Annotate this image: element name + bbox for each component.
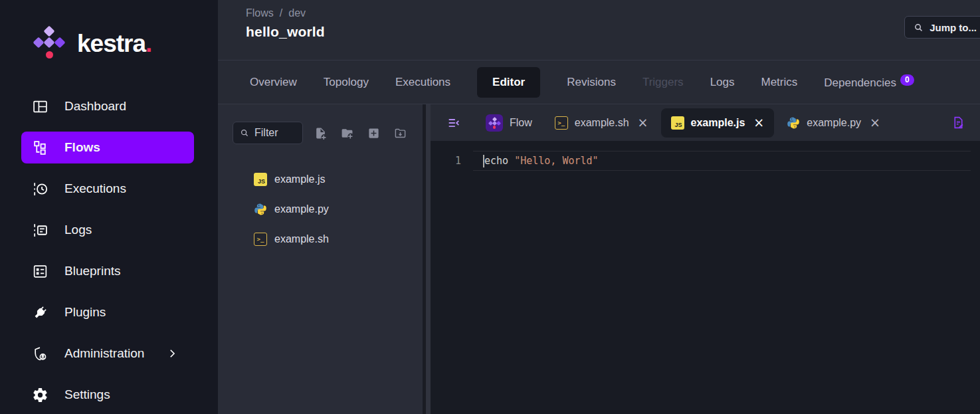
code-line-1: 1 echo "Hello, World" [431,151,980,171]
sidebar-item-dashboard[interactable]: Dashboard [21,90,194,122]
editor-tab-example-py[interactable]: example.py × [777,108,890,138]
editor-pane: Flow >_ example.sh × JS example.js × [431,104,980,414]
tab-triggers[interactable]: Triggers [642,76,684,89]
administration-icon [32,346,49,362]
editor-tab-example-sh[interactable]: >_ example.sh × [545,108,658,138]
tab-overview[interactable]: Overview [250,76,297,89]
flows-icon [32,140,49,156]
sidebar: kestra. Dashboard Flows Executions [0,0,218,414]
panel-splitter[interactable] [423,104,431,414]
sidebar-item-administration[interactable]: Administration [21,338,194,369]
editor-tab-label: example.sh [575,117,629,129]
kestra-flow-icon [486,114,503,132]
python-file-icon [787,116,800,130]
chevron-right-icon [166,348,178,360]
sidebar-item-executions[interactable]: Executions [21,173,194,205]
shell-file-icon: >_ [254,233,267,246]
line-number: 1 [431,155,461,167]
file-name: example.sh [274,233,329,245]
tab-dependencies[interactable]: Dependencies0 [824,74,914,90]
close-icon[interactable]: × [870,116,880,129]
sidebar-item-blueprints[interactable]: Blueprints [21,255,194,287]
logs-icon [32,222,49,239]
file-list: JS example.js example.py >_ example.sh [218,164,423,254]
main-area: Flows / dev hello_world Jump to... Overv… [218,0,980,414]
sidebar-item-label: Administration [64,346,144,361]
tab-executions[interactable]: Executions [395,76,450,89]
logo-text: kestra. [77,30,151,58]
editor-tab-example-js[interactable]: JS example.js × [661,108,775,138]
tab-topology[interactable]: Topology [324,76,369,89]
code-editor[interactable]: 1 echo "Hello, World" [431,141,980,414]
sidebar-nav: Dashboard Flows Executions Logs [0,90,218,411]
javascript-file-icon: JS [254,173,267,186]
search-icon [914,23,924,33]
blueprints-icon [32,263,49,280]
code-text: echo "Hello, World" [483,155,599,167]
sidebar-item-settings[interactable]: Settings [21,379,194,411]
breadcrumb-namespace[interactable]: dev [288,7,306,19]
sidebar-item-label: Flows [64,140,100,155]
sidebar-item-logs[interactable]: Logs [21,214,194,246]
kestra-logo-icon [31,25,68,62]
editor-tab-bar: Flow >_ example.sh × JS example.js × [431,104,980,141]
file-item-example-py[interactable]: example.py [218,194,423,224]
file-edit-icon[interactable] [951,116,965,130]
close-icon[interactable]: × [638,116,648,129]
filter-input[interactable] [254,127,294,139]
editor-tab-flow[interactable]: Flow [476,108,542,138]
file-explorer: JS example.js example.py >_ example.sh [218,104,423,414]
sidebar-item-label: Settings [64,387,110,402]
breadcrumb-separator: / [280,7,282,19]
new-file-icon[interactable] [314,127,327,140]
tab-logs[interactable]: Logs [710,76,735,89]
logo-dot: . [146,30,151,57]
jump-to-label: Jump to... [930,22,977,33]
jump-to-button[interactable]: Jump to... [904,16,980,39]
file-name: example.py [274,203,329,215]
editor-tab-label: Flow [510,117,532,129]
explorer-toolbar [233,122,423,144]
sidebar-item-label: Executions [64,181,126,196]
add-square-icon[interactable] [367,127,380,140]
kestra-app: kestra. Dashboard Flows Executions [0,0,980,414]
page-title: hello_world [246,24,980,40]
file-name: example.js [274,173,325,185]
python-file-icon [254,203,267,216]
dashboard-icon [32,98,49,115]
shell-file-icon: >_ [555,116,568,130]
sidebar-item-flows[interactable]: Flows [21,132,194,163]
new-folder-icon[interactable] [341,127,353,140]
collapse-sidebar-icon[interactable] [446,116,461,130]
sidebar-item-plugins[interactable]: Plugins [21,296,194,328]
settings-icon [32,387,49,403]
kestra-logo[interactable]: kestra. [31,25,218,62]
filter-box[interactable] [233,122,303,144]
editor-content: JS example.js example.py >_ example.sh [218,104,980,414]
tab-editor[interactable]: Editor [477,67,540,98]
editor-tab-label: example.js [691,117,745,129]
page-header: Flows / dev hello_world Jump to... [218,0,980,60]
breadcrumb-flows[interactable]: Flows [246,7,274,19]
breadcrumb: Flows / dev [246,7,980,19]
sidebar-item-label: Blueprints [64,264,121,278]
file-item-example-sh[interactable]: >_ example.sh [218,224,423,254]
executions-icon [32,181,49,197]
editor-tab-label: example.py [807,117,861,129]
file-item-example-js[interactable]: JS example.js [218,164,423,194]
javascript-file-icon: JS [671,116,684,130]
tab-revisions[interactable]: Revisions [567,76,616,89]
sidebar-item-label: Dashboard [64,99,126,114]
plugins-icon [32,304,49,321]
flow-tab-strip: Overview Topology Executions Editor Revi… [218,60,980,104]
sidebar-item-label: Plugins [64,305,106,320]
import-folder-icon[interactable] [394,127,407,140]
dependencies-count-badge: 0 [900,74,914,86]
search-icon [240,128,249,138]
sidebar-item-label: Logs [64,223,92,237]
tab-metrics[interactable]: Metrics [761,76,798,89]
close-icon[interactable]: × [753,116,764,129]
